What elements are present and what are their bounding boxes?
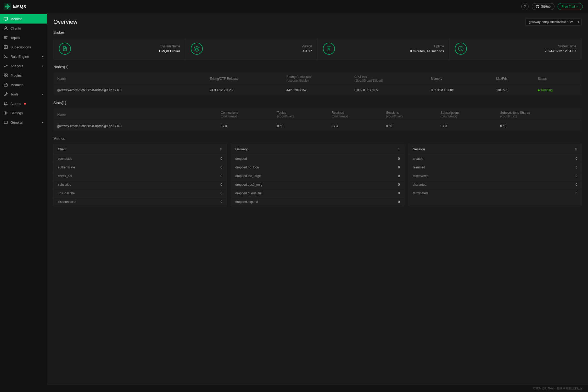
- broker-card-system-name: System Name EMQX Broker: [54, 38, 186, 59]
- sidebar-item-topics[interactable]: Topics: [0, 33, 47, 42]
- sidebar-item-subscriptions-label: Subscriptions: [10, 45, 31, 49]
- stats-col-subscriptions: Subscriptions(count/max): [437, 108, 497, 121]
- metric-label: unsubscribe: [58, 191, 75, 195]
- metrics-delivery-rows: dropped 0 dropped.no_local 0 dropped.too…: [231, 155, 404, 206]
- analysis-icon: [4, 64, 8, 68]
- metrics-client-title: Client: [58, 147, 66, 151]
- metric-value: 0: [398, 174, 400, 178]
- uptime-value: 8 minutes, 14 seconds: [339, 49, 444, 53]
- svg-rect-5: [6, 74, 7, 75]
- sidebar-nav: Monitor Clients Topics Subscriptions: [0, 13, 47, 392]
- running-badge: Running: [538, 88, 578, 92]
- node-status: Running: [534, 85, 581, 95]
- stats-table-header-row: Name Connections(count/max) Topics(count…: [54, 108, 582, 121]
- metric-value: 0: [575, 191, 577, 195]
- stats-table-body: gateway-emqx-6fcb56cb4f-n8z5s@172.17.0.3…: [54, 121, 582, 131]
- list-item: authenticate 0: [54, 163, 226, 172]
- metrics-card-session: Session ⇅ created 0 resumed 0 t: [408, 144, 582, 206]
- help-button[interactable]: ?: [521, 3, 529, 10]
- stat-subscriptions-shared: 0 / 0: [497, 121, 582, 131]
- metric-label: discarded: [413, 183, 427, 186]
- stat-topics: 0 / 0: [273, 121, 328, 131]
- list-item: created 0: [409, 155, 581, 163]
- sidebar-item-monitor-label: Monitor: [10, 17, 22, 21]
- metric-value: 0: [221, 183, 222, 186]
- footer-text: CSDN @IoTHub · 物联网开源技术社区: [533, 387, 583, 390]
- sidebar-item-alarms-label: Alarms: [10, 102, 21, 106]
- sidebar-item-alarms[interactable]: Alarms: [0, 99, 47, 108]
- stat-sessions: 0 / 0: [382, 121, 437, 131]
- version-icon-wrapper: [191, 43, 203, 55]
- metric-value: 0: [221, 174, 222, 178]
- sidebar-item-clients[interactable]: Clients: [0, 24, 47, 33]
- sidebar-item-settings[interactable]: Settings: [0, 108, 47, 118]
- list-item: dropped 0: [231, 155, 404, 163]
- version-label: Version: [206, 44, 312, 48]
- sidebar-item-subscriptions[interactable]: Subscriptions: [0, 42, 47, 52]
- emqx-logo-icon: [4, 3, 11, 10]
- svg-rect-10: [4, 121, 7, 124]
- nodes-table-header-row: Name Erlang/OTP Release Erlang Processes…: [54, 72, 582, 85]
- sidebar-item-general[interactable]: General ▾: [0, 118, 47, 127]
- nodes-col-memory: Memory: [427, 72, 493, 85]
- metric-label: authenticate: [58, 166, 75, 169]
- clients-icon: [4, 26, 8, 30]
- metrics-delivery-sort-icon[interactable]: ⇅: [397, 147, 400, 151]
- analysis-chevron: ▾: [42, 65, 43, 67]
- sidebar-item-plugins[interactable]: Plugins: [0, 71, 47, 80]
- metrics-card-client: Client ⇅ connected 0 authenticate 0: [53, 144, 227, 206]
- metric-label: dropped.queue_full: [235, 191, 262, 195]
- list-item: dropped.too_large 0: [231, 172, 404, 180]
- broker-card-uptime: Uptime 8 minutes, 14 seconds: [318, 38, 450, 59]
- layers-icon: [194, 46, 200, 52]
- node-memory: 902.36M / 3.68G: [427, 85, 493, 95]
- stat-retained: 3 / 3: [328, 121, 382, 131]
- gateway-selector[interactable]: gateway-emqx-6fcb56cb4f-n8z5: [525, 18, 582, 26]
- system-time-icon-wrapper: [455, 43, 467, 55]
- page-title: Overview: [53, 19, 77, 25]
- metric-value: 0: [398, 183, 400, 186]
- nodes-table-head: Name Erlang/OTP Release Erlang Processes…: [54, 72, 582, 85]
- metric-value: 0: [398, 166, 400, 169]
- metrics-delivery-title: Delivery: [235, 147, 248, 151]
- sidebar-item-plugins-label: Plugins: [10, 73, 22, 77]
- sidebar-item-rule-engine-label: Rule Engine: [10, 55, 29, 59]
- sidebar-item-analysis[interactable]: Analysis ▾: [0, 61, 47, 71]
- github-button[interactable]: GitHub: [532, 3, 555, 10]
- metrics-session-sort-icon[interactable]: ⇅: [575, 147, 577, 151]
- general-chevron: ▾: [42, 121, 43, 124]
- sidebar-item-monitor[interactable]: Monitor: [0, 14, 47, 24]
- page-content: Overview gateway-emqx-6fcb56cb4f-n8z5 Br…: [47, 13, 588, 385]
- metric-value: 0: [398, 200, 400, 204]
- metric-label: dropped.expired: [235, 200, 258, 204]
- version-value: 4.4.17: [206, 49, 312, 53]
- stats-col-retained: Retained(count/max): [328, 108, 382, 121]
- table-row: gateway-emqx-6fcb56cb4f-n8z5s@172.17.0.3…: [54, 121, 582, 131]
- nodes-col-erlang: Erlang/OTP Release: [206, 72, 283, 85]
- main-content: ? GitHub Free Trial → Overview gateway-e…: [47, 0, 588, 392]
- stats-col-subscriptions-shared: Subscriptions Shared(count/max): [497, 108, 582, 121]
- metric-label: resumed: [413, 166, 425, 169]
- nodes-section-title: Nodes(1): [53, 65, 582, 69]
- sidebar-item-general-label: General: [10, 121, 23, 124]
- metrics-section-title: Metrics: [53, 137, 582, 141]
- stats-section: Stats(1) Name Connections(count/max) Top…: [53, 101, 582, 131]
- metrics-client-sort-icon[interactable]: ⇅: [220, 147, 222, 151]
- list-item: connected 0: [54, 155, 226, 163]
- metrics-grid: Client ⇅ connected 0 authenticate 0: [53, 144, 582, 206]
- sidebar-item-clients-label: Clients: [10, 26, 21, 30]
- free-trial-button[interactable]: Free Trial →: [558, 3, 583, 10]
- broker-section: Broker System Name EMQX Broker: [53, 30, 582, 60]
- sidebar-item-tools[interactable]: Tools ▾: [0, 89, 47, 99]
- metric-value: 0: [575, 166, 577, 169]
- sidebar-item-modules[interactable]: Modules: [0, 80, 47, 89]
- alarm-notification-dot: [24, 103, 26, 105]
- broker-cards-grid: System Name EMQX Broker Version: [53, 38, 582, 60]
- sidebar-item-rule-engine[interactable]: Rule Engine ▾: [0, 52, 47, 61]
- svg-rect-6: [4, 76, 5, 77]
- clock-icon: [458, 46, 464, 52]
- metric-label: takeovered: [413, 174, 428, 178]
- list-item: unsubscribe 0: [54, 189, 226, 198]
- svg-point-2: [5, 27, 7, 28]
- overview-header: Overview gateway-emqx-6fcb56cb4f-n8z5: [53, 18, 582, 26]
